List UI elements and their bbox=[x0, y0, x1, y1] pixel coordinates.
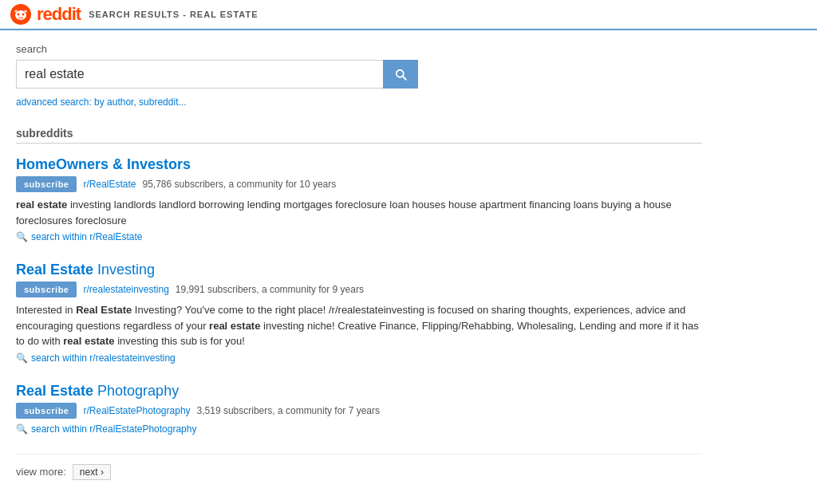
subreddit-stats: 3,519 subscribers, a community for 7 yea… bbox=[197, 405, 380, 416]
svg-point-6 bbox=[24, 10, 27, 13]
reddit-alien-icon bbox=[10, 3, 32, 26]
view-more-row: view more: next › bbox=[16, 454, 702, 480]
title-bold: Real Estate bbox=[16, 383, 93, 399]
title-bold: Real Estate bbox=[16, 262, 93, 278]
subreddit-meta: subscribe r/RealEstate 95,786 subscriber… bbox=[16, 176, 702, 192]
search-button[interactable] bbox=[383, 60, 418, 89]
search-input[interactable] bbox=[16, 60, 383, 89]
desc-highlight3: real estate bbox=[63, 335, 114, 347]
reddit-logo-text: reddit bbox=[37, 4, 81, 25]
page-header: reddit Search Results - Real Estate bbox=[0, 0, 817, 30]
search-within-link[interactable]: 🔍 search within r/realestateinvesting bbox=[16, 352, 702, 364]
subreddit-title: Real Estate Investing bbox=[16, 262, 702, 278]
svg-point-5 bbox=[14, 10, 18, 13]
subreddit-desc: real estate investing landlords landlord… bbox=[16, 197, 702, 228]
desc-highlight2: real estate bbox=[209, 320, 260, 332]
subreddit-title-link[interactable]: HomeOwners & Investors bbox=[16, 156, 191, 172]
search-within-icon: 🔍 bbox=[16, 231, 28, 242]
subreddit-link[interactable]: r/realestateinvesting bbox=[83, 284, 168, 295]
search-label: search bbox=[16, 43, 702, 55]
subreddit-title: HomeOwners & Investors bbox=[16, 156, 702, 173]
search-within-icon: 🔍 bbox=[16, 423, 28, 435]
subreddit-title: Real Estate Photography bbox=[16, 383, 702, 400]
svg-point-4 bbox=[22, 14, 25, 16]
search-within-link[interactable]: 🔍 search within r/RealEstate bbox=[16, 231, 702, 242]
search-within-link[interactable]: 🔍 search within r/RealEstatePhotography bbox=[16, 423, 702, 435]
subreddits-heading: subreddits bbox=[16, 127, 702, 144]
subreddit-item: Real Estate Photography subscribe r/Real… bbox=[16, 383, 702, 435]
main-content: search advanced search: by author, subre… bbox=[0, 30, 718, 493]
desc-highlight: real estate bbox=[16, 199, 67, 211]
search-within-icon: 🔍 bbox=[16, 352, 28, 364]
subreddit-meta: subscribe r/RealEstatePhotography 3,519 … bbox=[16, 403, 702, 419]
subreddit-title-link[interactable]: Real Estate Photography bbox=[16, 383, 179, 399]
subreddit-item: Real Estate Investing subscribe r/reales… bbox=[16, 262, 702, 364]
title-bold: HomeOwners & Investors bbox=[16, 156, 191, 172]
site-logo[interactable]: reddit bbox=[10, 3, 81, 26]
subreddit-meta: subscribe r/realestateinvesting 19,991 s… bbox=[16, 282, 702, 297]
subscribe-button[interactable]: subscribe bbox=[16, 403, 77, 419]
title-normal: Investing bbox=[93, 262, 155, 278]
svg-point-3 bbox=[18, 14, 20, 16]
subreddit-desc: Interested in Real Estate Investing? You… bbox=[16, 302, 702, 349]
search-row bbox=[16, 60, 702, 89]
search-icon bbox=[393, 67, 408, 81]
subscribe-button[interactable]: subscribe bbox=[16, 176, 77, 192]
desc-highlight: Real Estate bbox=[76, 304, 132, 316]
next-button[interactable]: next › bbox=[73, 464, 111, 480]
title-normal: Photography bbox=[93, 383, 179, 399]
search-within-text: search within r/RealEstatePhotography bbox=[31, 423, 196, 435]
subreddit-stats: 95,786 subscribers, a community for 10 y… bbox=[143, 179, 337, 190]
subscribe-button[interactable]: subscribe bbox=[16, 282, 77, 297]
view-more-label: view more: bbox=[16, 466, 66, 478]
subreddit-stats: 19,991 subscribers, a community for 9 ye… bbox=[176, 284, 364, 295]
subreddit-item: HomeOwners & Investors subscribe r/RealE… bbox=[16, 156, 702, 242]
subreddit-link[interactable]: r/RealEstate bbox=[83, 179, 136, 190]
subreddit-title-link[interactable]: Real Estate Investing bbox=[16, 262, 155, 278]
search-within-text: search within r/RealEstate bbox=[31, 231, 142, 242]
page-title: Search Results - Real Estate bbox=[89, 10, 258, 19]
search-within-text: search within r/realestateinvesting bbox=[31, 352, 176, 364]
advanced-search-link[interactable]: advanced search: by author, subreddit... bbox=[16, 96, 186, 108]
subreddit-link[interactable]: r/RealEstatePhotography bbox=[83, 405, 190, 416]
